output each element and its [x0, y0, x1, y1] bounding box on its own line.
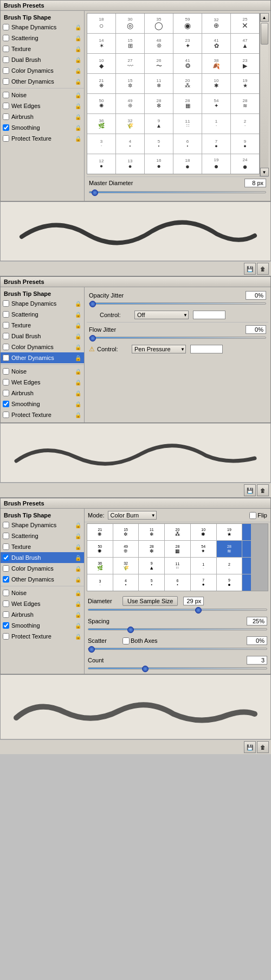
p3-diameter-thumb[interactable] [195, 607, 202, 614]
brush-cell-12[interactable]: 12● [87, 154, 115, 174]
p3-count-thumb[interactable] [142, 666, 149, 672]
p3-brush-28b[interactable]: 28▦ [165, 541, 190, 557]
p3-brush-11[interactable]: 11❄ [139, 524, 164, 540]
mode-dropdown-wrapper[interactable]: Color Burn Normal Multiply Screen ▼ [108, 511, 157, 520]
brush-cell-9[interactable]: 9▲ [145, 114, 173, 134]
p3-spacing-slider[interactable] [88, 628, 267, 630]
p3-delete-preset-btn[interactable]: 🗑 [257, 741, 269, 753]
sidebar-item-wet-edges[interactable]: Wet Edges 🔒 [1, 100, 84, 111]
p3-sidebar-item-airbrush[interactable]: Airbrush 🔒 [1, 609, 84, 620]
brush-cell-36[interactable]: 36🌿 [87, 114, 115, 134]
p3-color-dynamics-checkbox[interactable] [3, 565, 9, 572]
master-diameter-slider[interactable] [89, 191, 266, 193]
delete-preset-btn[interactable]: 🗑 [257, 263, 269, 275]
sidebar-item-noise[interactable]: Noise 🔒 [1, 90, 84, 100]
brush-cell-7[interactable]: 7● [202, 134, 230, 154]
p3-brush-15[interactable]: 15✲ [113, 524, 139, 540]
sidebar-item-shape-dynamics[interactable]: Shape Dynamics 🔒 [1, 22, 84, 33]
brush-cell-15a[interactable]: 15⊞ [116, 34, 144, 53]
sidebar-item-scattering[interactable]: Scattering 🔒 [1, 33, 84, 43]
brush-cell-28b[interactable]: 28▦ [173, 94, 202, 113]
p3-scattering-checkbox[interactable] [3, 533, 9, 539]
brush-cell-49[interactable]: 49❊ [116, 94, 144, 113]
p2-scattering-checkbox[interactable] [3, 311, 9, 318]
p2-sidebar-item-wet-edges[interactable]: Wet Edges 🔒 [1, 377, 84, 388]
brush-cell-19b[interactable]: 19● [202, 154, 230, 174]
p3-shape-dynamics-checkbox[interactable] [3, 522, 9, 528]
brush-cell-23a[interactable]: 23✦ [173, 34, 202, 53]
brush-cell-25[interactable]: 25✕ [231, 14, 259, 33]
shape-dynamics-checkbox[interactable] [3, 24, 9, 30]
p3-other-dynamics-checkbox[interactable] [3, 576, 9, 583]
p2-sidebar-item-color-dynamics[interactable]: Color Dynamics 🔒 [1, 342, 84, 352]
p3-sidebar-item-smoothing[interactable]: Smoothing 🔒 [1, 620, 84, 631]
brush-cell-6[interactable]: 6• [173, 134, 202, 154]
sidebar-item-airbrush[interactable]: Airbrush 🔒 [1, 111, 84, 122]
p2-wet-edges-checkbox[interactable] [3, 379, 9, 385]
flow-jitter-thumb[interactable] [89, 335, 96, 342]
p3-brush-4[interactable]: 4• [113, 574, 139, 591]
p3-dual-brush-checkbox[interactable] [3, 554, 9, 561]
brush-cell-47[interactable]: 47▲ [231, 34, 259, 53]
p2-smoothing-checkbox[interactable] [3, 401, 9, 407]
p2-other-dynamics-checkbox[interactable] [3, 355, 9, 361]
p2-sidebar-item-smoothing[interactable]: Smoothing 🔒 [1, 399, 84, 409]
brush-cell-38[interactable]: 38🍂 [202, 54, 230, 73]
brush-cell-18[interactable]: 18○ [87, 14, 115, 33]
sidebar-item-texture[interactable]: Texture 🔒 [1, 43, 84, 54]
p3-brush-36[interactable]: 36🌿 [87, 558, 113, 574]
p2-protect-texture-checkbox[interactable] [3, 412, 9, 418]
p3-scatter-thumb[interactable] [88, 646, 95, 653]
p2-sidebar-item-protect-texture[interactable]: Protect Texture 🔒 [1, 409, 84, 420]
texture-checkbox[interactable] [3, 46, 9, 52]
brush-cell-4[interactable]: 4• [116, 134, 144, 154]
p3-brush-6[interactable]: 6• [165, 574, 190, 591]
p2-sidebar-item-other-dynamics[interactable]: Other Dynamics 🔒 [1, 352, 84, 363]
p2-delete-preset-btn[interactable]: 🗑 [257, 484, 269, 496]
p3-brush-9b[interactable]: 9● [217, 574, 242, 591]
brush-cell-18b[interactable]: 18● [173, 154, 202, 174]
scroll-thumb[interactable] [261, 23, 268, 45]
p3-noise-checkbox[interactable] [3, 590, 9, 596]
brush-cell-21[interactable]: 21❋ [87, 74, 115, 93]
brush-cell-28c[interactable]: 28≋ [231, 94, 259, 113]
brush-cell-1[interactable]: 1· [202, 114, 230, 134]
p3-brush-3[interactable]: 3· [87, 574, 113, 591]
brush-cell-32b[interactable]: 32🌾 [116, 114, 144, 134]
p3-brush-54[interactable]: 54✦ [191, 541, 216, 557]
mode-dropdown[interactable]: Color Burn Normal Multiply Screen [108, 511, 157, 520]
p3-sidebar-item-texture[interactable]: Texture 🔒 [1, 541, 84, 552]
brush-cell-15b[interactable]: 15✲ [116, 74, 144, 93]
p2-sidebar-item-noise[interactable]: Noise 🔒 [1, 366, 84, 377]
scroll-down-btn[interactable]: ▼ [260, 168, 269, 176]
p3-texture-checkbox[interactable] [3, 543, 9, 550]
sidebar-item-other-dynamics[interactable]: Other Dynamics 🔒 [1, 76, 84, 87]
scattering-checkbox[interactable] [3, 35, 9, 41]
p3-brush-28a[interactable]: 28✻ [139, 541, 164, 557]
opacity-jitter-slider[interactable] [89, 302, 266, 305]
p3-diameter-slider[interactable] [88, 609, 267, 611]
p3-sidebar-item-scattering[interactable]: Scattering 🔒 [1, 530, 84, 541]
p2-texture-checkbox[interactable] [3, 322, 9, 328]
brush-cell-54[interactable]: 54✦ [202, 94, 230, 113]
brush-cell-10b[interactable]: 10✱ [202, 74, 230, 93]
opacity-control-dropdown-wrapper[interactable]: Off Fade Pen Pressure Pen Tilt ▼ [134, 311, 189, 319]
brush-cell-28a[interactable]: 28✻ [145, 94, 173, 113]
smoothing-checkbox[interactable] [3, 124, 9, 131]
panel1-scrollbar[interactable]: ▲ ▼ [260, 13, 268, 176]
brush-cell-11b[interactable]: 11∷ [173, 114, 202, 134]
brush-cell-20[interactable]: 20⁂ [173, 74, 202, 93]
p3-airbrush-checkbox[interactable] [3, 611, 9, 618]
color-dynamics-checkbox[interactable] [3, 67, 9, 74]
brush-cell-16[interactable]: 16● [145, 154, 173, 174]
flow-control-dropdown[interactable]: Pen Pressure Off Fade Pen Tilt [132, 345, 186, 353]
p3-brush-19[interactable]: 19★ [217, 524, 242, 540]
p3-spacing-thumb[interactable] [127, 627, 134, 633]
p2-dual-brush-checkbox[interactable] [3, 333, 9, 339]
p3-smoothing-checkbox[interactable] [3, 622, 9, 629]
p3-sidebar-item-protect-texture[interactable]: Protect Texture 🔒 [1, 631, 84, 642]
sidebar-item-dual-brush[interactable]: Dual Brush 🔒 [1, 54, 84, 65]
brush-cell-41a[interactable]: 41✿ [202, 34, 230, 53]
p3-sidebar-item-color-dynamics[interactable]: Color Dynamics 🔒 [1, 563, 84, 574]
p2-sidebar-item-airbrush[interactable]: Airbrush 🔒 [1, 388, 84, 399]
